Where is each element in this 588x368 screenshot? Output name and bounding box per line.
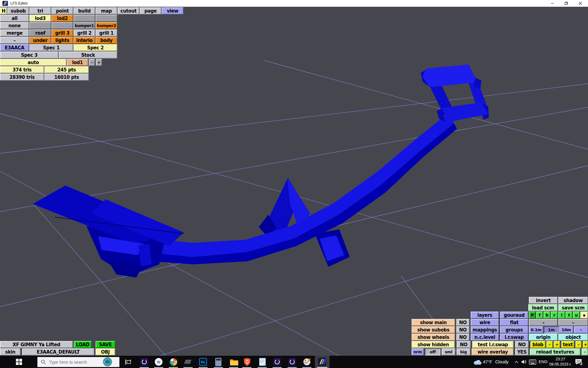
subobj-all-button[interactable]: all <box>0 15 29 22</box>
subobj-slot-empty[interactable] <box>96 15 117 22</box>
tab-h[interactable]: H <box>0 7 7 14</box>
taskbar-search[interactable] <box>37 357 119 367</box>
channel-P-button[interactable]: P <box>529 312 536 319</box>
search-input[interactable] <box>48 359 102 365</box>
grid-10m-button[interactable]: 10m <box>559 326 573 333</box>
file-explorer-button[interactable] <box>229 358 239 366</box>
lfs-editor-taskbar-button[interactable] <box>318 358 326 366</box>
subobj-grill3-button[interactable]: grill 3 <box>51 29 73 36</box>
gouraud-button[interactable]: gouraud <box>500 312 528 319</box>
test-lr-swap-button[interactable]: test l.r.swap <box>472 341 514 348</box>
lod-auto-button[interactable]: auto <box>0 59 66 66</box>
skin-button[interactable]: skin <box>0 348 21 355</box>
chrome-button[interactable] <box>169 358 177 366</box>
tab-view[interactable]: view <box>162 7 183 14</box>
test-lr-swap-toggle[interactable]: NO <box>515 341 529 348</box>
notepad-button[interactable] <box>258 358 267 366</box>
viewport-3d[interactable] <box>0 7 588 356</box>
weather-icon[interactable] <box>473 358 482 365</box>
show-wheels-button[interactable]: show wheels <box>412 334 455 341</box>
mappings-button[interactable]: mappings <box>471 326 499 333</box>
lod1-button[interactable]: lod1 <box>67 59 88 66</box>
obj-button[interactable]: OBJ <box>96 348 115 355</box>
tab-cutout[interactable]: cutout <box>118 7 139 14</box>
origin-button[interactable]: origin <box>529 334 558 341</box>
subobj-body-button[interactable]: body <box>96 37 117 44</box>
channel-b-button[interactable]: b <box>544 312 550 319</box>
grid-1m-button[interactable]: 1m <box>544 326 559 333</box>
clock[interactable]: 23:27 09.05.2023 r. <box>548 357 573 367</box>
subobj-merge-button[interactable]: merge <box>0 29 29 36</box>
spec1-button[interactable]: Spec 1 <box>29 44 73 51</box>
subobj-bumper1-button[interactable]: bumper1 <box>74 22 95 29</box>
show-subobs-toggle[interactable]: NO <box>456 326 469 333</box>
paint-button[interactable] <box>303 358 312 366</box>
off-button[interactable]: off <box>425 348 440 355</box>
object-button[interactable]: object <box>558 334 588 341</box>
show-main-button[interactable]: show main <box>412 319 455 326</box>
tab-map[interactable]: map <box>96 7 117 14</box>
weather-temp[interactable]: 47°F <box>483 359 492 364</box>
channel-dot-button[interactable]: ● <box>580 312 588 319</box>
spec2-button[interactable]: Spec 2 <box>74 44 117 51</box>
nc-level-button[interactable]: n.c.level <box>471 334 499 341</box>
close-button[interactable] <box>573 0 587 7</box>
save-scm-button[interactable]: save scm <box>558 304 588 311</box>
subobj-bumper2-button[interactable]: bumper2 <box>96 22 117 29</box>
subobj-under-button[interactable]: under <box>29 37 51 44</box>
task-view-button[interactable] <box>124 358 132 366</box>
search-highlight-image[interactable] <box>102 357 113 367</box>
weather-condition[interactable]: Cloudy <box>495 359 509 364</box>
maximize-button[interactable] <box>559 0 573 7</box>
show-hidden-button[interactable]: show hidden <box>412 341 455 348</box>
text-plus-button[interactable]: + <box>583 341 588 348</box>
subobj-slot-empty[interactable] <box>51 22 73 29</box>
load-scm-button[interactable]: load scm <box>528 304 558 311</box>
channel-r-button[interactable]: r <box>551 312 558 319</box>
sml-button[interactable]: sml <box>442 348 455 355</box>
stock-button[interactable]: Stock <box>59 52 117 59</box>
channel-l-button[interactable]: l <box>558 312 565 319</box>
channel-u-button[interactable]: u <box>573 312 580 319</box>
lr-swap-button[interactable]: l.r.swap <box>500 334 528 341</box>
wire-overlay-button[interactable]: wire overlay <box>472 348 514 355</box>
tab-tri[interactable]: tri <box>29 7 51 14</box>
app-w-button[interactable]: W <box>155 358 163 366</box>
save-button[interactable]: SAVE <box>96 341 115 348</box>
start-button[interactable] <box>13 358 24 366</box>
tab-point[interactable]: point <box>51 7 73 14</box>
channel-t-button[interactable]: t <box>566 312 572 319</box>
show-subobs-button[interactable]: show subobs <box>412 326 455 333</box>
subobj-lod2-button[interactable]: lod2 <box>51 15 73 22</box>
photoshop-button[interactable]: Ps <box>199 358 207 366</box>
skin-name-field[interactable]: E3AACA_DEFAULT <box>22 348 94 355</box>
flat-button[interactable]: flat <box>500 319 528 326</box>
text-minus-button[interactable]: – <box>575 341 582 348</box>
volume-button[interactable] <box>521 359 527 365</box>
shadow-button[interactable]: shadow <box>558 297 588 304</box>
reload-dash-button[interactable]: – <box>582 348 588 355</box>
app-keyboard3d-button[interactable] <box>184 358 192 365</box>
grid-dash-button[interactable]: – <box>574 326 588 333</box>
minimize-button[interactable] <box>545 0 559 7</box>
channel-f-button[interactable]: f <box>536 312 543 319</box>
blob-button[interactable]: blob <box>530 341 545 348</box>
tab-page[interactable]: page <box>140 7 161 14</box>
nrm-button[interactable]: nrm <box>412 348 424 355</box>
subobj-lights-button[interactable]: lights <box>51 37 73 44</box>
tab-build[interactable]: build <box>74 7 95 14</box>
reload-textures-button[interactable]: reload textures <box>530 348 580 355</box>
wire-overlay-toggle[interactable]: YES <box>515 348 529 355</box>
spec3-button[interactable]: Spec 3 <box>0 52 58 59</box>
big-button[interactable]: big <box>457 348 470 355</box>
lod-plus-button[interactable]: + <box>96 59 102 66</box>
model-name-field[interactable]: XF GIMNY Ya Lifted <box>0 341 73 348</box>
show-wheels-toggle[interactable]: NO <box>456 334 469 341</box>
tab-subob[interactable]: subob <box>7 7 29 14</box>
brave-button[interactable] <box>243 358 251 366</box>
app-galaxy2-button[interactable] <box>273 358 281 366</box>
invert-button[interactable]: invert <box>529 297 558 304</box>
groups-button[interactable]: groups <box>500 326 528 333</box>
wire-button[interactable]: wire <box>471 319 499 326</box>
subobj-none-button[interactable]: none <box>0 22 29 29</box>
